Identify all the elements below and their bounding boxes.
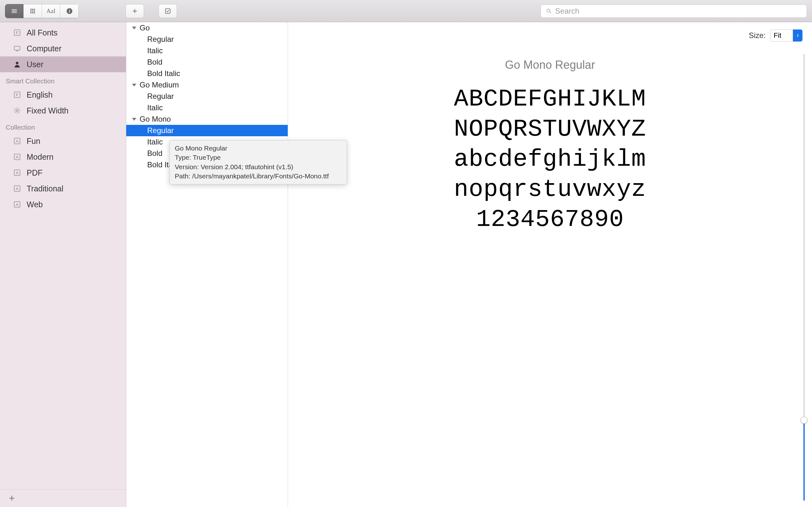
font-style-row[interactable]: Italic <box>126 45 288 56</box>
svg-line-19 <box>18 112 19 113</box>
font-family-name: Go Mono <box>140 115 171 124</box>
sidebar-item-traditional[interactable]: A Traditional <box>0 181 126 196</box>
a-box-icon: A <box>13 184 21 193</box>
a-box-icon: A <box>13 136 21 146</box>
sidebar-item-fun[interactable]: A Fun <box>0 133 126 149</box>
preview-font-title: Go Mono Regular <box>288 58 812 72</box>
sidebar-item-web[interactable]: A Web <box>0 196 126 212</box>
chevron-up-down-icon <box>796 33 800 38</box>
svg-text:A: A <box>16 155 19 159</box>
size-label: Size: <box>749 31 766 40</box>
font-family-go-mono[interactable]: Go Mono <box>126 113 288 125</box>
font-family-name: Go Medium <box>140 80 179 89</box>
sample-line: ABCDEFGHIJKLM <box>288 84 812 114</box>
font-style-row[interactable]: Bold <box>126 56 288 68</box>
sidebar-item-user[interactable]: User <box>0 56 126 72</box>
size-select[interactable] <box>770 30 803 42</box>
size-input[interactable] <box>770 30 793 42</box>
sidebar-item-label: Fun <box>27 136 40 146</box>
sample-line: nopqrstuvwxyz <box>288 175 812 205</box>
view-grid-button[interactable] <box>23 4 42 18</box>
svg-line-20 <box>15 112 16 113</box>
font-box-icon: F <box>13 28 21 37</box>
sidebar-item-pdf[interactable]: A PDF <box>0 165 126 181</box>
sidebar-item-label: Computer <box>27 44 61 53</box>
svg-text:F: F <box>16 93 18 97</box>
sidebar-item-english[interactable]: F English <box>0 87 126 103</box>
size-slider[interactable] <box>801 54 808 501</box>
aa-icon: AaI <box>46 8 55 14</box>
font-style-row[interactable]: Regular <box>126 34 288 45</box>
font-style-row[interactable]: Bold Italic <box>126 68 288 79</box>
font-family-go[interactable]: Go <box>126 22 288 34</box>
search-box[interactable] <box>541 4 807 18</box>
font-style-name: Italic <box>147 103 163 112</box>
svg-text:A: A <box>16 202 19 207</box>
font-style-row-selected[interactable]: Regular <box>126 125 288 136</box>
font-family-go-medium[interactable]: Go Medium <box>126 79 288 91</box>
sidebar-add-collection[interactable]: + <box>0 489 126 507</box>
view-sample-button[interactable]: AaI <box>42 4 60 18</box>
font-style-name: Italic <box>147 46 163 55</box>
size-dropdown-arrow[interactable] <box>793 30 803 42</box>
sidebar-item-label: User <box>27 60 44 69</box>
sidebar-item-label: Web <box>27 200 43 209</box>
svg-line-21 <box>18 108 19 109</box>
font-style-name: Regular <box>147 126 174 135</box>
info-icon: i <box>66 8 73 14</box>
font-family-name: Go <box>140 23 150 32</box>
disclosure-triangle-icon[interactable] <box>132 26 136 30</box>
gear-icon <box>13 106 21 115</box>
computer-icon <box>13 44 21 53</box>
plus-icon <box>131 8 138 14</box>
preview-header: Size: <box>288 22 812 49</box>
a-box-icon: A <box>13 168 21 177</box>
a-box-icon: A <box>13 153 21 161</box>
sample-line: abcdefghijklm <box>288 145 812 175</box>
user-icon <box>13 60 21 69</box>
sidebar-item-computer[interactable]: Computer <box>0 41 126 56</box>
font-family-list: Go Regular Italic Bold Bold Italic Go Me… <box>126 22 288 507</box>
svg-rect-7 <box>14 46 20 50</box>
tooltip-version: Version: Version 2.004; ttfautohint (v1.… <box>175 162 342 171</box>
view-list-button[interactable] <box>5 4 23 18</box>
disclosure-triangle-icon[interactable] <box>132 83 136 87</box>
slider-track[interactable] <box>803 54 805 501</box>
sidebar-header-smart: Smart Collection <box>0 72 126 87</box>
grid-icon <box>29 8 36 14</box>
view-info-button[interactable]: i <box>60 4 79 18</box>
search-icon <box>546 8 552 14</box>
hamburger-icon <box>11 8 18 14</box>
disclosure-triangle-icon[interactable] <box>132 118 136 121</box>
slider-thumb[interactable] <box>801 417 808 424</box>
preview-sample: ABCDEFGHIJKLM NOPQRSTUVWXYZ abcdefghijkl… <box>288 84 812 235</box>
font-style-name: Regular <box>147 35 174 44</box>
svg-point-3 <box>547 9 550 12</box>
add-font-button[interactable] <box>125 4 144 18</box>
sidebar-item-modern[interactable]: A Modern <box>0 149 126 165</box>
tooltip-type: Type: TrueType <box>175 153 342 162</box>
svg-line-4 <box>550 12 551 13</box>
svg-text:A: A <box>16 170 19 175</box>
font-style-row[interactable]: Italic <box>126 102 288 113</box>
svg-line-18 <box>15 108 16 109</box>
svg-text:A: A <box>16 139 19 144</box>
sidebar-item-fixed-width[interactable]: Fixed Width <box>0 103 126 118</box>
sidebar-item-all-fonts[interactable]: F All Fonts <box>0 25 126 41</box>
font-box-icon: F <box>13 90 21 99</box>
svg-text:A: A <box>16 186 19 191</box>
font-style-name: Bold <box>147 58 162 66</box>
tooltip-name: Go Mono Regular <box>175 144 342 153</box>
search-input[interactable] <box>555 7 802 15</box>
validate-button[interactable] <box>159 4 177 18</box>
svg-point-10 <box>16 62 18 64</box>
sidebar: F All Fonts Computer User Smart Collecti… <box>0 22 126 507</box>
sidebar-item-label: English <box>27 90 53 100</box>
sample-line: NOPQRSTUVWXYZ <box>288 114 812 145</box>
sidebar-item-label: All Fonts <box>27 28 57 38</box>
svg-rect-2 <box>165 9 170 13</box>
sample-line: 1234567890 <box>288 205 812 235</box>
tooltip-path: Path: /Users/mayankpatel/Library/Fonts/G… <box>175 171 342 181</box>
toolbar: AaI i <box>0 0 812 22</box>
font-style-row[interactable]: Regular <box>126 91 288 102</box>
